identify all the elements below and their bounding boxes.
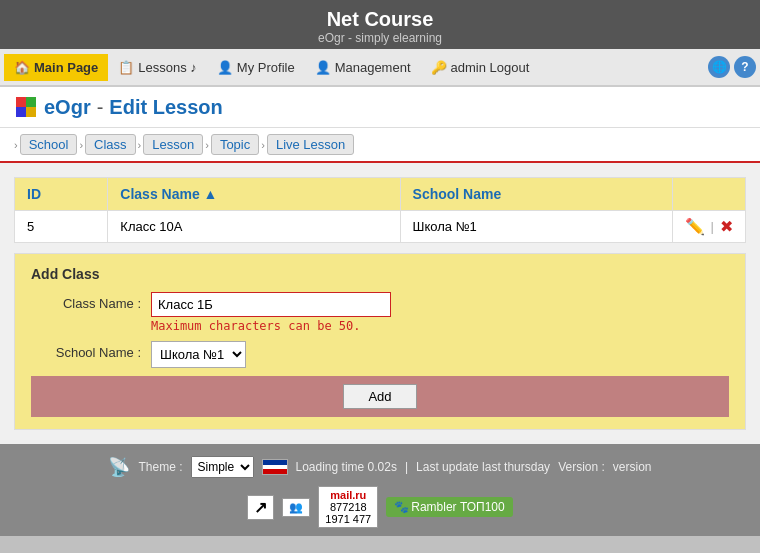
theme-select[interactable]: Simple Dark Light	[191, 456, 254, 478]
nav-lessons-label: Lessons ♪	[138, 60, 197, 75]
mail-count2: 1971 477	[325, 513, 371, 525]
nav-management-label: Management	[335, 60, 411, 75]
action-icons: ✏️ | ✖	[685, 217, 733, 236]
logo-icon	[14, 95, 38, 119]
badge-users[interactable]: 👥	[282, 498, 310, 517]
svg-rect-0	[16, 97, 26, 107]
theme-label: Theme :	[138, 460, 182, 474]
help-button[interactable]: ?	[734, 56, 756, 78]
crumb-arrow-2: ›	[138, 139, 142, 151]
footer-badges: ↗ 👥 mail.ru 877218 1971 477 🐾 Rambler ТО…	[0, 482, 760, 532]
add-button[interactable]: Add	[343, 384, 416, 409]
crumb-arrow-0: ›	[14, 139, 18, 151]
rambler-label: Rambler ТОП100	[411, 500, 504, 514]
crumb-link-class[interactable]: Class	[85, 134, 136, 155]
school-name-select[interactable]: Школа №1	[151, 341, 246, 368]
update-text: Last update last thursday	[416, 460, 550, 474]
breadcrumb: › School › Class › Lesson › Topic › Live…	[0, 128, 760, 163]
crumb-arrow-1: ›	[79, 139, 83, 151]
crumb-class: › Class	[79, 134, 135, 155]
footer-top: 📡 Theme : Simple Dark Light Loading time…	[0, 452, 760, 482]
page-logo-text: eOgr	[44, 96, 91, 119]
add-form-title: Add Class	[31, 266, 729, 282]
svg-rect-2	[16, 107, 26, 117]
cell-school-name: Школа №1	[400, 211, 672, 243]
rambler-icon: 🐾	[394, 500, 409, 514]
class-name-input[interactable]	[151, 292, 391, 317]
main-content: ID Class Name ▲ School Name 5 Класс 10А …	[0, 163, 760, 444]
col-school-name-label: School Name	[413, 186, 502, 202]
nav-admin-logout[interactable]: 🔑 admin Logout	[421, 54, 540, 81]
delete-icon[interactable]: ✖	[720, 217, 733, 236]
crumb-arrow-3: ›	[205, 139, 209, 151]
col-class-name-label: Class Name	[120, 186, 199, 202]
cell-actions: ✏️ | ✖	[672, 211, 745, 243]
form-row-school-name: School Name : Школа №1	[31, 341, 729, 368]
crumb-link-topic[interactable]: Topic	[211, 134, 259, 155]
crumb-arrow-4: ›	[261, 139, 265, 151]
page-heading: Edit Lesson	[109, 96, 222, 119]
cell-class-name: Класс 10А	[108, 211, 400, 243]
nav-management[interactable]: 👤 Management	[305, 54, 421, 81]
crumb-link-live-lesson[interactable]: Live Lesson	[267, 134, 354, 155]
crumb-lesson: › Lesson	[138, 134, 204, 155]
form-field-school-name: Школа №1	[151, 341, 729, 368]
rss-icon-footer: 📡	[108, 456, 130, 478]
col-actions	[672, 178, 745, 211]
add-class-form: Add Class Class Name : Maximum character…	[14, 253, 746, 430]
svg-rect-1	[26, 97, 36, 107]
person-icon: 👤	[217, 60, 233, 75]
book-icon: 📋	[118, 60, 134, 75]
crumb-topic: › Topic	[205, 134, 259, 155]
mail-count1: 877218	[330, 501, 367, 513]
crumb-live-lesson: › Live Lesson	[261, 134, 354, 155]
nav-lessons[interactable]: 📋 Lessons ♪	[108, 54, 207, 81]
table-header-row: ID Class Name ▲ School Name	[15, 178, 746, 211]
mail-label: mail.ru	[330, 489, 366, 501]
key-icon: 🔑	[431, 60, 447, 75]
loading-text: Loading time 0.02s	[296, 460, 397, 474]
badge-mail[interactable]: mail.ru 877218 1971 477	[318, 486, 378, 528]
version-value: version	[613, 460, 652, 474]
school-name-label: School Name :	[31, 341, 151, 360]
users-icon: 👥	[289, 501, 303, 514]
form-field-class-name: Maximum characters can be 50.	[151, 292, 729, 333]
action-separator: |	[711, 219, 714, 234]
page-separator: -	[97, 96, 104, 119]
class-name-label: Class Name :	[31, 292, 151, 311]
nav-right-actions: 🌐 ?	[708, 56, 756, 78]
cell-id: 5	[15, 211, 108, 243]
edit-icon[interactable]: ✏️	[685, 217, 705, 236]
nav-my-profile-label: My Profile	[237, 60, 295, 75]
col-id-label: ID	[27, 186, 41, 202]
crumb-school: › School	[14, 134, 77, 155]
app-subtitle: eOgr - simply elearning	[0, 31, 760, 45]
navbar: 🏠 Main Page 📋 Lessons ♪ 👤 My Profile 👤 M…	[0, 49, 760, 87]
form-footer: Add	[31, 376, 729, 417]
nav-admin-logout-label: admin Logout	[451, 60, 530, 75]
nav-my-profile[interactable]: 👤 My Profile	[207, 54, 305, 81]
col-class-name[interactable]: Class Name ▲	[108, 178, 400, 211]
form-row-class-name: Class Name : Maximum characters can be 5…	[31, 292, 729, 333]
sort-asc-icon: ▲	[204, 186, 218, 202]
badge-link[interactable]: ↗	[247, 495, 274, 520]
nav-main-page[interactable]: 🏠 Main Page	[4, 54, 108, 81]
svg-rect-3	[26, 107, 36, 117]
nav-main-page-label: Main Page	[34, 60, 98, 75]
version-label: Version :	[558, 460, 605, 474]
app-title: Net Course	[0, 8, 760, 31]
home-icon: 🏠	[14, 60, 30, 75]
page-title-bar: eOgr - Edit Lesson	[0, 87, 760, 128]
badge-rambler[interactable]: 🐾 Rambler ТОП100	[386, 497, 512, 517]
table-row: 5 Класс 10А Школа №1 ✏️ | ✖	[15, 211, 746, 243]
class-table: ID Class Name ▲ School Name 5 Класс 10А …	[14, 177, 746, 243]
col-id: ID	[15, 178, 108, 211]
col-school-name: School Name	[400, 178, 672, 211]
globe-button[interactable]: 🌐	[708, 56, 730, 78]
crumb-link-school[interactable]: School	[20, 134, 78, 155]
class-name-error: Maximum characters can be 50.	[151, 319, 729, 333]
crumb-link-lesson[interactable]: Lesson	[143, 134, 203, 155]
footer: 📡 Theme : Simple Dark Light Loading time…	[0, 444, 760, 536]
app-header: Net Course eOgr - simply elearning	[0, 0, 760, 49]
footer-separator: |	[405, 460, 408, 474]
